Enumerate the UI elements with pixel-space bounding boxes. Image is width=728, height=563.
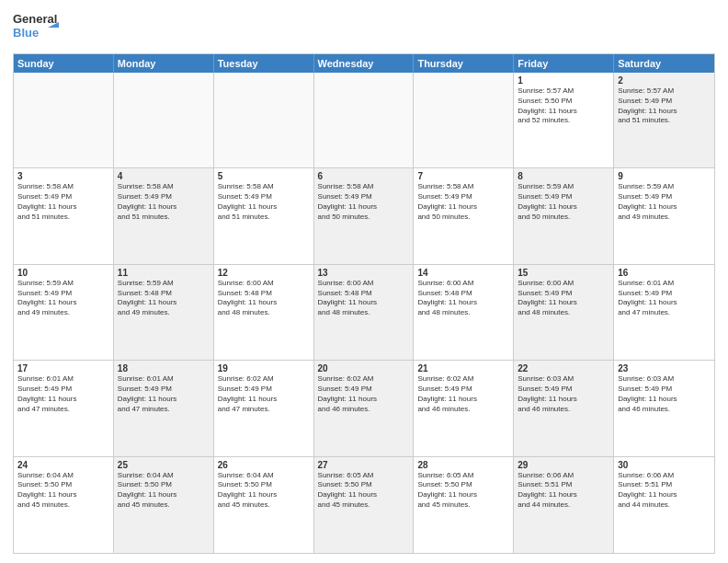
- day-info: Sunrise: 6:04 AM Sunset: 5:50 PM Dayligh…: [218, 471, 310, 511]
- calendar-cell: 23Sunrise: 6:03 AM Sunset: 5:49 PM Dayli…: [614, 361, 714, 455]
- day-number: 5: [218, 171, 310, 181]
- weekday-header: Friday: [514, 54, 614, 73]
- day-info: Sunrise: 6:00 AM Sunset: 5:49 PM Dayligh…: [518, 279, 609, 318]
- calendar-cell: [14, 73, 114, 167]
- calendar-cell: 13Sunrise: 6:00 AM Sunset: 5:48 PM Dayli…: [314, 265, 415, 360]
- calendar-cell: 25Sunrise: 6:04 AM Sunset: 5:50 PM Dayli…: [114, 457, 214, 553]
- day-number: 25: [118, 460, 210, 470]
- weekday-header: Monday: [114, 54, 214, 73]
- day-info: Sunrise: 5:57 AM Sunset: 5:50 PM Dayligh…: [518, 86, 609, 126]
- day-number: 2: [618, 75, 711, 86]
- day-info: Sunrise: 5:59 AM Sunset: 5:49 PM Dayligh…: [17, 279, 109, 318]
- day-info: Sunrise: 5:58 AM Sunset: 5:49 PM Dayligh…: [17, 182, 109, 222]
- day-number: 26: [218, 460, 310, 470]
- day-info: Sunrise: 5:59 AM Sunset: 5:49 PM Dayligh…: [518, 182, 609, 222]
- day-number: 16: [618, 268, 711, 278]
- calendar-row: 1Sunrise: 5:57 AM Sunset: 5:50 PM Daylig…: [14, 73, 714, 168]
- day-number: 7: [417, 171, 509, 181]
- day-info: Sunrise: 6:00 AM Sunset: 5:48 PM Dayligh…: [218, 279, 310, 318]
- day-info: Sunrise: 6:02 AM Sunset: 5:49 PM Dayligh…: [417, 374, 509, 414]
- calendar: SundayMondayTuesdayWednesdayThursdayFrid…: [13, 53, 715, 554]
- day-number: 4: [118, 171, 210, 181]
- calendar-cell: 22Sunrise: 6:03 AM Sunset: 5:49 PM Dayli…: [514, 361, 614, 455]
- day-number: 27: [318, 460, 410, 470]
- day-info: Sunrise: 5:58 AM Sunset: 5:49 PM Dayligh…: [318, 182, 410, 222]
- page: GeneralBlue SundayMondayTuesdayWednesday…: [0, 0, 728, 563]
- day-info: Sunrise: 6:05 AM Sunset: 5:50 PM Dayligh…: [318, 471, 410, 511]
- calendar-row: 17Sunrise: 6:01 AM Sunset: 5:49 PM Dayli…: [14, 361, 714, 456]
- calendar-cell: 15Sunrise: 6:00 AM Sunset: 5:49 PM Dayli…: [514, 265, 614, 360]
- calendar-cell: 19Sunrise: 6:02 AM Sunset: 5:49 PM Dayli…: [214, 361, 314, 455]
- day-info: Sunrise: 6:03 AM Sunset: 5:49 PM Dayligh…: [518, 374, 609, 414]
- calendar-cell: 9Sunrise: 5:59 AM Sunset: 5:49 PM Daylig…: [614, 168, 714, 263]
- day-number: 17: [17, 363, 109, 373]
- calendar-body: 1Sunrise: 5:57 AM Sunset: 5:50 PM Daylig…: [14, 73, 714, 553]
- header: GeneralBlue: [13, 9, 715, 46]
- calendar-cell: 26Sunrise: 6:04 AM Sunset: 5:50 PM Dayli…: [214, 457, 314, 553]
- calendar-cell: 1Sunrise: 5:57 AM Sunset: 5:50 PM Daylig…: [514, 73, 614, 167]
- day-info: Sunrise: 5:59 AM Sunset: 5:49 PM Dayligh…: [618, 182, 711, 222]
- day-info: Sunrise: 6:02 AM Sunset: 5:49 PM Dayligh…: [218, 374, 310, 414]
- day-number: 29: [518, 460, 609, 470]
- day-info: Sunrise: 5:58 AM Sunset: 5:49 PM Dayligh…: [218, 182, 310, 222]
- calendar-cell: [314, 73, 415, 167]
- day-number: 23: [618, 363, 711, 373]
- day-number: 30: [618, 460, 711, 470]
- day-number: 14: [417, 268, 509, 278]
- day-number: 15: [518, 268, 609, 278]
- weekday-header: Saturday: [614, 54, 714, 73]
- day-info: Sunrise: 5:58 AM Sunset: 5:49 PM Dayligh…: [118, 182, 210, 222]
- day-number: 19: [218, 363, 310, 373]
- calendar-row: 24Sunrise: 6:04 AM Sunset: 5:50 PM Dayli…: [14, 457, 714, 553]
- calendar-cell: 27Sunrise: 6:05 AM Sunset: 5:50 PM Dayli…: [314, 457, 415, 553]
- day-info: Sunrise: 5:57 AM Sunset: 5:49 PM Dayligh…: [618, 86, 711, 126]
- calendar-cell: 11Sunrise: 5:59 AM Sunset: 5:48 PM Dayli…: [114, 265, 214, 360]
- day-number: 22: [518, 363, 609, 373]
- day-info: Sunrise: 6:05 AM Sunset: 5:50 PM Dayligh…: [417, 471, 509, 511]
- day-number: 9: [618, 171, 711, 181]
- weekday-header: Tuesday: [214, 54, 314, 73]
- day-info: Sunrise: 5:59 AM Sunset: 5:48 PM Dayligh…: [118, 279, 210, 318]
- logo-icon: GeneralBlue: [13, 9, 63, 46]
- weekday-header: Wednesday: [314, 54, 415, 73]
- day-number: 12: [218, 268, 310, 278]
- calendar-cell: [414, 73, 514, 167]
- day-info: Sunrise: 6:00 AM Sunset: 5:48 PM Dayligh…: [417, 279, 509, 318]
- calendar-cell: 14Sunrise: 6:00 AM Sunset: 5:48 PM Dayli…: [414, 265, 514, 360]
- day-number: 1: [518, 75, 609, 86]
- logo: GeneralBlue: [13, 9, 63, 46]
- calendar-cell: 5Sunrise: 5:58 AM Sunset: 5:49 PM Daylig…: [214, 168, 314, 263]
- calendar-cell: 21Sunrise: 6:02 AM Sunset: 5:49 PM Dayli…: [414, 361, 514, 455]
- calendar-cell: 12Sunrise: 6:00 AM Sunset: 5:48 PM Dayli…: [214, 265, 314, 360]
- calendar-cell: [114, 73, 214, 167]
- calendar-cell: 7Sunrise: 5:58 AM Sunset: 5:49 PM Daylig…: [414, 168, 514, 263]
- day-number: 18: [118, 363, 210, 373]
- calendar-cell: 17Sunrise: 6:01 AM Sunset: 5:49 PM Dayli…: [14, 361, 114, 455]
- calendar-cell: 24Sunrise: 6:04 AM Sunset: 5:50 PM Dayli…: [14, 457, 114, 553]
- day-number: 24: [17, 460, 109, 470]
- day-number: 8: [518, 171, 609, 181]
- weekday-header: Sunday: [14, 54, 114, 73]
- calendar-cell: 10Sunrise: 5:59 AM Sunset: 5:49 PM Dayli…: [14, 265, 114, 360]
- weekday-header: Thursday: [414, 54, 514, 73]
- day-number: 20: [318, 363, 410, 373]
- day-number: 28: [417, 460, 509, 470]
- day-number: 13: [318, 268, 410, 278]
- day-info: Sunrise: 6:06 AM Sunset: 5:51 PM Dayligh…: [518, 471, 609, 511]
- calendar-cell: [214, 73, 314, 167]
- day-info: Sunrise: 6:04 AM Sunset: 5:50 PM Dayligh…: [118, 471, 210, 511]
- day-info: Sunrise: 6:00 AM Sunset: 5:48 PM Dayligh…: [318, 279, 410, 318]
- day-info: Sunrise: 6:01 AM Sunset: 5:49 PM Dayligh…: [17, 374, 109, 414]
- calendar-cell: 20Sunrise: 6:02 AM Sunset: 5:49 PM Dayli…: [314, 361, 415, 455]
- calendar-cell: 3Sunrise: 5:58 AM Sunset: 5:49 PM Daylig…: [14, 168, 114, 263]
- day-info: Sunrise: 6:01 AM Sunset: 5:49 PM Dayligh…: [118, 374, 210, 414]
- svg-text:General: General: [13, 12, 57, 26]
- calendar-cell: 18Sunrise: 6:01 AM Sunset: 5:49 PM Dayli…: [114, 361, 214, 455]
- calendar-row: 10Sunrise: 5:59 AM Sunset: 5:49 PM Dayli…: [14, 265, 714, 361]
- calendar-cell: 29Sunrise: 6:06 AM Sunset: 5:51 PM Dayli…: [514, 457, 614, 553]
- day-number: 21: [417, 363, 509, 373]
- day-number: 6: [318, 171, 410, 181]
- day-info: Sunrise: 6:03 AM Sunset: 5:49 PM Dayligh…: [618, 374, 711, 414]
- day-info: Sunrise: 6:06 AM Sunset: 5:51 PM Dayligh…: [618, 471, 711, 511]
- day-info: Sunrise: 6:02 AM Sunset: 5:49 PM Dayligh…: [318, 374, 410, 414]
